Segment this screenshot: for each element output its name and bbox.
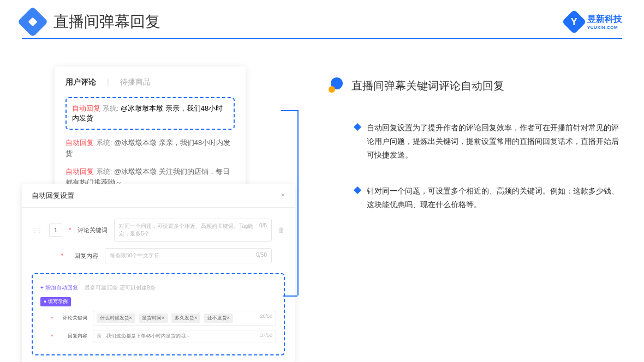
add-auto-reply-link[interactable]: + 增加自动回复: [40, 285, 78, 291]
ex-content-input[interactable]: 亲，我们这边都是下单48小时内发货的哦～ 37/50: [93, 330, 276, 342]
tab-user-comments[interactable]: 用户评论: [65, 77, 96, 87]
example-area: + 增加自动回复 最多可建10条 还可以创建9条 ● 填写示例 * 评论关键词 …: [32, 273, 285, 355]
highlighted-comment: 自动回复 系统: @冰墩墩本墩 亲亲，我们48小时内发货: [65, 97, 235, 130]
comment-row: 自动回复 系统: @冰墩墩本墩 亲亲，我们48小时内发货: [65, 137, 235, 159]
drag-icon[interactable]: ⋮⋮: [32, 227, 43, 233]
page-title: 直播间弹幕回复: [53, 11, 160, 32]
header-divider: [22, 38, 622, 39]
settings-title: 自动回复设置: [32, 191, 74, 201]
tab-divider: |: [107, 77, 109, 87]
close-icon[interactable]: ×: [281, 191, 285, 201]
ex-content-label: 回复内容: [59, 333, 87, 340]
bullet-item: 自动回复设置为了提升作者的评论回复效率，作者可在开播前针对常见的评论用户问题，提…: [327, 121, 622, 162]
tag-chip[interactable]: 还不发货×: [204, 313, 233, 323]
tag-chip[interactable]: 发货时间×: [139, 313, 168, 323]
keyword-label: 评论关键词: [77, 226, 108, 234]
content-label: 回复内容: [70, 252, 98, 260]
delete-icon[interactable]: 🗑: [278, 226, 285, 234]
info-title: 直播间弹幕关键词评论自动回复: [351, 79, 504, 93]
brand-logo: Y 昱新科技 YUUXIN.COM: [565, 13, 622, 31]
tag-chip[interactable]: 多久发货×: [171, 313, 200, 323]
ex-keyword-label: 评论关键词: [59, 315, 87, 322]
content-input[interactable]: 每条限50个中文字符 0/50: [105, 248, 272, 263]
tag-chip[interactable]: 什么时候发货×: [97, 313, 135, 323]
index-box: 1: [49, 224, 62, 237]
add-hint: 最多可建10条 还可以创建9条: [85, 285, 155, 291]
keyword-input[interactable]: 对同一个问题，可设置多个相近、高频的关键词。Tag确定，最多5个 0/5: [114, 219, 272, 242]
ex-keyword-input[interactable]: 什么时候发货× 发货时间× 多久发货× 还不发货× 20/50: [93, 311, 276, 325]
bubble-icon: [327, 77, 344, 94]
settings-card: 自动回复设置 × ⋮⋮ 1 * 评论关键词 对同一个问题，可设置多个相近、高频的…: [22, 184, 295, 362]
bullet-item: 针对同一个问题，可设置多个相近的、高频的关键词。例如：这款多少钱、这块能优惠吗、…: [327, 184, 622, 212]
diamond-icon: [354, 123, 361, 131]
diamond-icon: [354, 186, 361, 194]
example-badge: ● 填写示例: [40, 297, 71, 306]
tab-pending-products[interactable]: 待播商品: [120, 77, 151, 87]
cube-icon: [17, 7, 49, 38]
